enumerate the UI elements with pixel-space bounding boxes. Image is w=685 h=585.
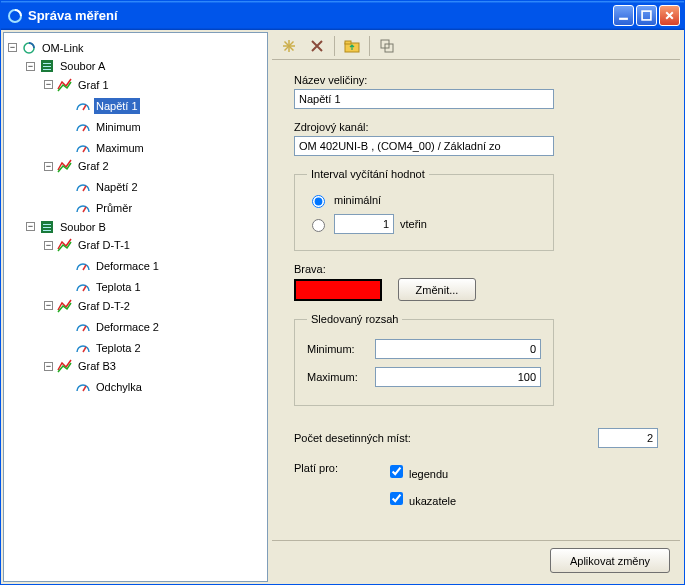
chart-icon: [57, 77, 73, 93]
expander-icon[interactable]: −: [44, 162, 53, 171]
gauge-icon: [75, 340, 91, 356]
delete-button[interactable]: [306, 35, 328, 57]
file-icon: [39, 58, 55, 74]
tree-view[interactable]: − OM-Link − Soubor A: [3, 32, 268, 582]
svg-rect-14: [43, 224, 51, 225]
range-legend: Sledovaný rozsah: [307, 313, 402, 325]
toolbar: [272, 32, 680, 60]
app-icon: [7, 8, 23, 24]
toolbar-separator: [369, 36, 370, 56]
expander-icon[interactable]: −: [44, 241, 53, 250]
minimize-button[interactable]: [613, 5, 634, 26]
interval-num-input[interactable]: [334, 214, 394, 234]
tree-item-minimum[interactable]: Minimum: [62, 119, 143, 135]
tree-item-prumer[interactable]: Průměr: [62, 200, 134, 216]
tree-item-napeti1[interactable]: Napětí 1: [62, 98, 140, 114]
tree-item-graf2[interactable]: − Graf 2: [44, 158, 111, 174]
gauge-icon: [75, 279, 91, 295]
gauge-icon: [75, 98, 91, 114]
interval-unit-label: vteřin: [400, 218, 427, 230]
svg-line-8: [83, 105, 86, 110]
file-icon: [39, 219, 55, 235]
svg-rect-16: [43, 230, 51, 231]
svg-line-9: [83, 126, 86, 131]
folder-up-button[interactable]: [341, 35, 363, 57]
svg-line-12: [83, 207, 86, 212]
tree-item-grafb3[interactable]: − Graf B3: [44, 358, 118, 374]
svg-rect-27: [345, 41, 351, 44]
svg-line-21: [83, 386, 86, 391]
tree-item-teplota2[interactable]: Teplota 2: [62, 340, 143, 356]
chart-icon: [57, 298, 73, 314]
tree-item-file-a[interactable]: − Soubor A: [26, 58, 107, 74]
new-button[interactable]: [278, 35, 300, 57]
chart-icon: [57, 237, 73, 253]
svg-rect-1: [619, 18, 628, 20]
change-color-button[interactable]: Změnit...: [398, 278, 476, 301]
interval-min-label: minimální: [334, 194, 381, 206]
gauge-icon: [75, 200, 91, 216]
svg-line-18: [83, 286, 86, 291]
svg-line-19: [83, 326, 86, 331]
applies-legend-option[interactable]: legendu: [386, 462, 456, 481]
gauge-icon: [75, 379, 91, 395]
range-min-input[interactable]: [375, 339, 541, 359]
gauge-icon: [75, 119, 91, 135]
tree-item-grafdt1[interactable]: − Graf D-T-1: [44, 237, 132, 253]
tree-item-napeti2[interactable]: Napětí 2: [62, 179, 140, 195]
range-max-input[interactable]: [375, 367, 541, 387]
svg-rect-15: [43, 227, 51, 228]
apply-button[interactable]: Aplikovat změny: [550, 548, 670, 573]
expander-icon[interactable]: −: [44, 301, 53, 310]
refresh-icon: [21, 40, 37, 56]
expander-icon[interactable]: −: [44, 80, 53, 89]
svg-rect-6: [43, 66, 51, 67]
applies-indicators-option[interactable]: ukazatele: [386, 489, 456, 508]
chart-icon: [57, 158, 73, 174]
color-label: Brava:: [294, 263, 658, 275]
toolbar-separator: [334, 36, 335, 56]
applies-legend-checkbox[interactable]: [390, 465, 403, 478]
tree-item-file-b[interactable]: − Soubor B: [26, 219, 108, 235]
tree-item-grafdt2[interactable]: − Graf D-T-2: [44, 298, 132, 314]
svg-rect-7: [43, 69, 51, 70]
svg-line-10: [83, 147, 86, 152]
tree-item-root[interactable]: − OM-Link: [8, 40, 86, 56]
expander-icon[interactable]: −: [8, 43, 17, 52]
tree-item-odchylka[interactable]: Odchylka: [62, 379, 144, 395]
titlebar: Správa měření: [1, 1, 684, 30]
range-min-label: Minimum:: [307, 343, 365, 355]
tree-item-graf1[interactable]: − Graf 1: [44, 77, 111, 93]
window-title: Správa měření: [28, 8, 613, 23]
name-input[interactable]: [294, 89, 554, 109]
svg-rect-5: [43, 63, 51, 64]
gauge-icon: [75, 319, 91, 335]
chart-icon: [57, 358, 73, 374]
interval-min-radio[interactable]: [312, 195, 325, 208]
svg-line-20: [83, 347, 86, 352]
expander-icon[interactable]: −: [26, 222, 35, 231]
range-group: Sledovaný rozsah Minimum: Maximum:: [294, 313, 554, 406]
expander-icon[interactable]: −: [26, 62, 35, 71]
gauge-icon: [75, 140, 91, 156]
interval-legend: Interval vyčítání hodnot: [307, 168, 429, 180]
interval-num-radio[interactable]: [312, 219, 325, 232]
duplicate-button[interactable]: [376, 35, 398, 57]
applies-indicators-checkbox[interactable]: [390, 492, 403, 505]
close-button[interactable]: [659, 5, 680, 26]
tree-item-deformace2[interactable]: Deformace 2: [62, 319, 161, 335]
decimals-label: Počet desetinných míst:: [294, 432, 598, 444]
expander-icon[interactable]: −: [44, 362, 53, 371]
channel-label: Zdrojový kanál:: [294, 121, 658, 133]
tree-item-teplota1[interactable]: Teplota 1: [62, 279, 143, 295]
maximize-button[interactable]: [636, 5, 657, 26]
tree-item-maximum[interactable]: Maximum: [62, 140, 146, 156]
tree-item-deformace1[interactable]: Deformace 1: [62, 258, 161, 274]
name-label: Název veličiny:: [294, 74, 658, 86]
channel-input[interactable]: [294, 136, 554, 156]
color-swatch: [294, 279, 382, 301]
decimals-input[interactable]: [598, 428, 658, 448]
range-max-label: Maximum:: [307, 371, 365, 383]
gauge-icon: [75, 258, 91, 274]
svg-line-11: [83, 186, 86, 191]
